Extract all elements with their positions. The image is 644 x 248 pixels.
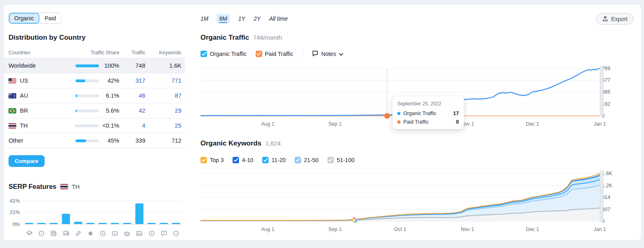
- share-value: 100%: [99, 62, 119, 69]
- keywords-checkbox-51-100[interactable]: 51-100: [327, 157, 355, 163]
- toggle-option-organic[interactable]: Organic: [9, 13, 39, 24]
- serp-ytick-label: 0%: [13, 222, 20, 227]
- traffic-ytick-192: 192: [602, 101, 618, 107]
- traffic-checkbox-paid-traffic[interactable]: Paid Traffic: [256, 51, 293, 57]
- tooltip-date: September 25, 2022: [397, 101, 459, 107]
- traffic-ytick-385: 385: [602, 89, 618, 95]
- traffic-ytick-577: 577: [602, 77, 618, 83]
- google-update-icon[interactable]: [352, 217, 358, 224]
- table-row[interactable]: Worldwide100%7481.6K: [4, 58, 185, 73]
- tab-6m[interactable]: 6M: [217, 14, 229, 23]
- tab-1y[interactable]: 1Y: [238, 14, 245, 23]
- table-row[interactable]: Other45%339712: [4, 133, 185, 148]
- country-name: Other: [9, 137, 75, 144]
- keywords-chart-resize-handle[interactable]: [600, 170, 603, 222]
- traffic-share-bar-fill: [75, 124, 76, 127]
- au-flag-icon: [9, 93, 16, 98]
- column-header: Countries: [9, 50, 75, 56]
- svg-text:?: ?: [175, 232, 177, 235]
- keywords-section-header: Organic Keywords 1,624: [200, 139, 281, 148]
- keywords-value[interactable]: 25: [145, 122, 181, 129]
- serp-bar-featured-video: [111, 223, 119, 224]
- traffic-checkbox-organic-traffic[interactable]: Organic Traffic: [200, 51, 247, 57]
- serp-bar-reviews: [86, 223, 95, 224]
- serp-bar-local-pack: [37, 223, 45, 224]
- traffic-share-bar: [75, 124, 99, 127]
- paid-hover-dot: [384, 113, 390, 119]
- tab-all-time[interactable]: All time: [269, 14, 288, 23]
- reviews-icon: [87, 230, 94, 239]
- featured-video-icon: [111, 230, 118, 239]
- tooltip-row-organic: Organic Traffic 17: [397, 110, 459, 116]
- keywords-checkbox-top-3[interactable]: Top 3: [200, 157, 224, 163]
- notes-dropdown[interactable]: Notes: [312, 50, 344, 58]
- table-row[interactable]: TH<0.1%425: [4, 118, 185, 133]
- keywords-xtick-dec-1: Dec 1: [526, 227, 539, 232]
- br-flag-icon: [9, 108, 16, 113]
- table-row[interactable]: US42%317771: [4, 73, 185, 88]
- keywords-ytick-1.6K: 1.6K: [602, 171, 618, 176]
- traffic-value[interactable]: 46: [119, 92, 145, 99]
- analytics-card: OrganicPaid Distribution by Country Coun…: [3, 4, 642, 241]
- share-value: 45%: [99, 137, 119, 144]
- serp-ytick-label: 21%: [10, 210, 20, 215]
- checkbox-icon: [295, 157, 301, 163]
- local-pack-icon: [38, 230, 45, 239]
- toggle-option-paid[interactable]: Paid: [39, 13, 61, 24]
- svg-text:?: ?: [163, 231, 165, 234]
- serp-bar-video-carousel: [148, 223, 156, 224]
- traffic-chart-resize-handle[interactable]: [600, 66, 603, 116]
- serp-bar-top-stories: [50, 223, 58, 224]
- table-row[interactable]: BR5.6%4229: [4, 103, 185, 118]
- country-name: TH: [9, 122, 75, 129]
- traffic-legend-row: Organic TrafficPaid Traffic Notes: [200, 49, 343, 59]
- keywords-value[interactable]: 87: [145, 92, 181, 99]
- checkbox-icon: [200, 157, 207, 163]
- chart-tooltip: September 25, 2022 Organic Traffic 17 Pa…: [392, 96, 464, 129]
- traffic-share-bar-fill: [75, 79, 85, 82]
- traffic-value[interactable]: 42: [119, 107, 145, 114]
- keywords-checkbox-11-20[interactable]: 11-20: [262, 157, 286, 163]
- faq-icon: ?: [160, 230, 168, 239]
- column-header: Traffic: [119, 50, 145, 56]
- export-button[interactable]: Export: [596, 13, 633, 25]
- traffic-share-bar: [75, 94, 99, 97]
- date-range-tabs: 1M6M1Y2YAll time: [200, 14, 288, 23]
- traffic-share-bar-fill: [75, 64, 99, 67]
- people-also-ask-icon: ?: [172, 230, 180, 239]
- table-row[interactable]: AU6.1%4687: [4, 88, 185, 103]
- checkbox-icon: [262, 157, 269, 163]
- compare-button[interactable]: Compare: [9, 155, 45, 167]
- keywords-xtick-oct-1: Oct 1: [394, 227, 406, 232]
- traffic-type-toggle: OrganicPaid: [9, 13, 62, 24]
- traffic-share-bar: [75, 139, 99, 142]
- serp-features-chart[interactable]: 41%21%0%: [4, 195, 185, 229]
- keywords-value[interactable]: 771: [145, 77, 181, 84]
- traffic-value: 339: [119, 137, 145, 144]
- keywords-ytick-407: 407: [602, 207, 618, 212]
- organic-keywords-chart[interactable]: [200, 167, 600, 227]
- top-stories-icon: [50, 230, 57, 239]
- share-value: 6.1%: [99, 92, 119, 99]
- serp-section-header: SERP Features TH: [9, 183, 80, 190]
- keywords-checkbox-21-50[interactable]: 21-50: [295, 157, 319, 163]
- image-pack-icon: [62, 230, 70, 239]
- divider: [302, 49, 303, 58]
- traffic-value[interactable]: 317: [119, 77, 145, 84]
- traffic-value[interactable]: 4: [119, 122, 145, 129]
- keywords-value: 1,624: [265, 140, 281, 147]
- serp-flag-label: TH: [72, 184, 80, 190]
- traffic-ytick-769: 769: [602, 66, 618, 71]
- country-name: Worldwide: [9, 62, 75, 69]
- organic-dot-icon: [397, 112, 401, 115]
- keywords-ytick-0: 0: [602, 218, 618, 224]
- tab-2y[interactable]: 2Y: [254, 14, 261, 23]
- traffic-share-bar: [75, 109, 99, 112]
- serp-bar-image-pack: [62, 214, 70, 224]
- tab-1m[interactable]: 1M: [200, 14, 208, 23]
- keywords-value[interactable]: 29: [145, 107, 181, 114]
- keywords-checkbox-4-10[interactable]: 4-10: [233, 157, 253, 163]
- video-icon: [99, 230, 106, 239]
- traffic-share-bar-fill: [75, 94, 77, 97]
- keywords-ytick-1.2K: 1.2K: [602, 183, 618, 188]
